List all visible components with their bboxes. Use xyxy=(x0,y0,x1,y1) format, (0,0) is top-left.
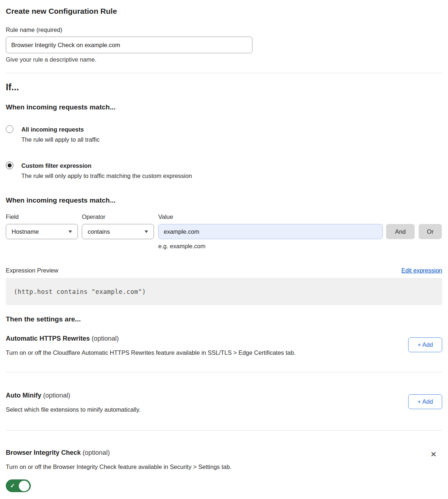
then-settings-heading: Then the settings are... xyxy=(6,315,442,324)
toggle-knob[interactable] xyxy=(19,481,29,491)
section-divider xyxy=(6,372,442,373)
radio-option-custom-filter[interactable]: Custom filter expression The rule will o… xyxy=(6,162,442,180)
radio-option-all-incoming[interactable]: All incoming requests The rule will appl… xyxy=(6,125,442,144)
radio-label: Custom filter expression xyxy=(21,162,192,170)
setting-auto-minify: Auto Minify (optional) Select which file… xyxy=(6,391,442,413)
browser-integrity-check-toggle[interactable]: ✓ xyxy=(6,479,31,492)
radio-description: The rule will apply to all traffic xyxy=(21,136,100,144)
optional-tag: (optional) xyxy=(43,392,70,399)
radio-description: The rule will only apply to traffic matc… xyxy=(21,172,192,180)
operator-select-value: contains xyxy=(88,228,110,235)
edit-expression-link[interactable]: Edit expression xyxy=(401,267,442,274)
optional-tag: (optional) xyxy=(92,335,119,342)
expression-preview-box: (http.host contains "example.com") xyxy=(6,278,442,305)
value-label: Value xyxy=(158,213,173,220)
chevron-down-icon xyxy=(68,230,72,233)
setting-description: Select which file extensions to minify a… xyxy=(6,406,141,413)
close-icon[interactable]: ✕ xyxy=(429,450,438,459)
radio-button-selected[interactable] xyxy=(6,162,13,169)
section-divider xyxy=(6,430,442,431)
expression-text: (http.host contains "example.com") xyxy=(14,288,146,295)
setting-title: Browser Integrity Check (optional) xyxy=(6,449,231,457)
rule-name-help: Give your rule a descriptive name. xyxy=(6,56,442,63)
filter-builder-controls: Hostname contains And Or xyxy=(6,224,442,239)
add-automatic-https-rewrites-button[interactable]: + Add xyxy=(408,337,442,352)
setting-description: Turn on or off the Browser Integrity Che… xyxy=(6,463,231,471)
setting-browser-integrity-check: Browser Integrity Check (optional) Turn … xyxy=(6,449,442,492)
value-input[interactable] xyxy=(158,224,383,239)
optional-tag: (optional) xyxy=(83,449,110,456)
field-select[interactable]: Hostname xyxy=(6,224,78,239)
chevron-down-icon xyxy=(145,230,148,233)
value-hint: e.g. example.com xyxy=(158,243,442,250)
check-icon: ✓ xyxy=(10,483,15,489)
setting-description: Turn on or off the Cloudflare Automatic … xyxy=(6,349,296,357)
field-select-value: Hostname xyxy=(12,228,39,235)
page-title: Create new Configuration Rule xyxy=(6,6,442,17)
filter-builder-heading: When incoming requests match... xyxy=(6,196,442,205)
and-button[interactable]: And xyxy=(386,224,415,239)
radio-button-unselected[interactable] xyxy=(6,125,13,133)
create-configuration-rule-form: Create new Configuration Rule Rule name … xyxy=(0,6,448,498)
expression-preview-row: Expression Preview Edit expression xyxy=(6,267,442,274)
rule-name-label: Rule name (required) xyxy=(6,26,442,33)
expression-preview-label: Expression Preview xyxy=(6,267,58,274)
operator-label: Operator xyxy=(82,213,158,220)
filter-builder-labels: Field Operator Value xyxy=(6,213,442,220)
rule-name-input[interactable] xyxy=(6,37,252,53)
setting-title: Auto Minify (optional) xyxy=(6,391,141,400)
setting-title: Automatic HTTPS Rewrites (optional) xyxy=(6,334,296,343)
or-button[interactable]: Or xyxy=(419,224,442,239)
operator-select[interactable]: contains xyxy=(82,224,154,239)
field-label: Field xyxy=(6,213,82,220)
setting-automatic-https-rewrites: Automatic HTTPS Rewrites (optional) Turn… xyxy=(6,334,442,357)
add-auto-minify-button[interactable]: + Add xyxy=(408,394,442,409)
radio-label: All incoming requests xyxy=(21,125,100,133)
section-divider xyxy=(6,73,442,73)
when-requests-match-heading: When incoming requests match... xyxy=(6,103,442,112)
if-heading: If... xyxy=(6,81,442,93)
